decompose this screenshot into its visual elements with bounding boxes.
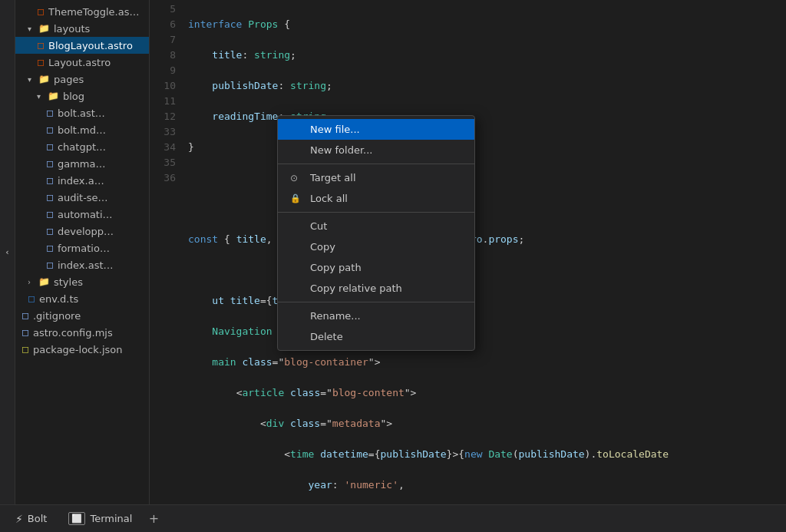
sidebar-item-astro-config[interactable]: ◻ astro.config.mjs [15,324,149,341]
main-area: ‹ ◻ ThemeToggle.astro ▾ 📁 layouts ◻ Blog… [0,0,786,504]
menu-item-copy-path[interactable]: Copy path [278,257,474,278]
file-icon: ◻ [21,310,29,321]
menu-item-lock-all[interactable]: 🔒 Lock all [278,188,474,209]
sidebar-item-index-a[interactable]: ◻ index.a… [15,172,149,189]
file-icon: ◻ [46,226,54,236]
context-menu: New file... New folder... ⊙ Target all 🔒… [277,115,475,351]
sidebar-item-index-ast[interactable]: ◻ index.ast… [15,256,149,273]
sidebar-item-blog-folder[interactable]: ▾ 📁 blog [15,88,149,104]
folder-icon: 📁 [38,74,50,84]
astro-file-icon: ◻ [37,40,45,51]
folder-icon: 📁 [38,276,50,287]
target-icon: ⊙ [290,173,304,183]
folder-icon: 📁 [38,23,50,34]
bolt-icon: ⚡ [15,513,23,525]
sidebar-item-bolt-ast[interactable]: ◻ bolt.ast… [15,104,149,121]
terminal-tab[interactable]: ⬜ Terminal [59,509,141,528]
file-icon: ◻ [46,243,54,253]
add-panel-button[interactable]: + [144,510,163,528]
menu-item-new-folder[interactable]: New folder... [278,140,474,160]
ts-file-icon: ◻ [28,293,35,304]
menu-separator-1 [278,164,474,164]
mjs-file-icon: ◻ [21,327,29,338]
code-editor: 5 6 7 8 9 10 11 12 [150,0,786,504]
astro-file-icon: ◻ [37,57,45,68]
file-icon: ◻ [46,124,54,135]
menu-item-delete[interactable]: Delete [278,326,474,347]
menu-item-new-file[interactable]: New file... [278,119,474,140]
terminal-icon: ⬜ [68,512,85,525]
sidebar-item-styles-folder[interactable]: › 📁 styles [15,273,149,290]
chevron-down-icon: ▾ [37,92,46,101]
sidebar-item-pages-folder[interactable]: ▾ 📁 pages [15,71,149,88]
file-icon: ◻ [46,192,54,203]
sidebar-item-formatio[interactable]: ◻ formatio… [15,240,149,256]
sidebar-item-audit-se[interactable]: ◻ audit-se… [15,189,149,206]
menu-item-cut[interactable]: Cut [278,216,474,236]
sidebar-item-bloglayout[interactable]: ◻ BlogLayout.astro [15,37,149,54]
menu-item-copy[interactable]: Copy [278,236,474,257]
sidebar-item-automati[interactable]: ◻ automati… [15,206,149,223]
file-tree: ◻ ThemeToggle.astro ▾ 📁 layouts ◻ BlogLa… [15,0,149,504]
sidebar-item-layouts-folder[interactable]: ▾ 📁 layouts [15,20,149,37]
folder-icon: 📁 [48,91,59,101]
file-icon: ◻ [46,107,54,118]
file-icon: ◻ [46,141,54,152]
sidebar-item-gamma[interactable]: ◻ gamma… [15,155,149,172]
astro-file-icon: ◻ [37,6,45,17]
file-icon: ◻ [46,158,54,169]
menu-item-target-all[interactable]: ⊙ Target all [278,167,474,188]
chevron-down-icon: ▾ [28,25,37,33]
chevron-right-icon: › [28,278,37,286]
json-file-icon: ◻ [21,344,29,355]
collapse-sidebar-button[interactable]: ‹ [0,0,15,504]
sidebar-item-developp[interactable]: ◻ developp… [15,223,149,240]
menu-separator-3 [278,302,474,302]
bottom-bar: ⚡ Bolt ⬜ Terminal + [0,504,786,532]
bolt-tab[interactable]: ⚡ Bolt [6,510,56,528]
sidebar-item-themetoggle[interactable]: ◻ ThemeToggle.astro [15,3,149,20]
lock-icon: 🔒 [290,193,304,203]
sidebar-item-bolt-md[interactable]: ◻ bolt.md… [15,121,149,138]
context-menu-overlay: New file... New folder... ⊙ Target all 🔒… [150,0,786,504]
sidebar: ◻ ThemeToggle.astro ▾ 📁 layouts ◻ BlogLa… [15,0,150,504]
menu-item-rename[interactable]: Rename... [278,306,474,326]
sidebar-item-gitignore[interactable]: ◻ .gitignore [15,307,149,324]
sidebar-item-layout[interactable]: ◻ Layout.astro [15,54,149,71]
chevron-down-icon: ▾ [28,75,37,84]
file-icon: ◻ [46,259,54,270]
sidebar-item-env-d-ts[interactable]: ◻ env.d.ts [15,290,149,307]
file-icon: ◻ [46,209,54,220]
sidebar-item-chatgpt[interactable]: ◻ chatgpt… [15,138,149,155]
file-icon: ◻ [46,175,54,186]
menu-item-copy-relative-path[interactable]: Copy relative path [278,278,474,299]
menu-separator-2 [278,212,474,213]
sidebar-item-package-lock[interactable]: ◻ package-lock.json [15,341,149,358]
